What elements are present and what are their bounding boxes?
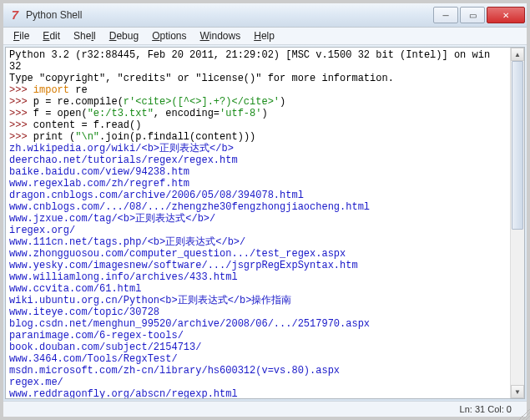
scroll-up-button[interactable]: ▲ [511, 48, 524, 61]
vertical-scrollbar[interactable]: ▲ ▼ [510, 48, 524, 398]
shell-text[interactable]: Python 3.2 (r32:88445, Feb 20 2011, 21:2… [6, 48, 524, 399]
menu-shell[interactable]: Shell [67, 28, 103, 43]
minimize-button[interactable]: ─ [433, 7, 458, 23]
app-window: 7 Python Shell ─ ▭ ✕ File Edit Shell Deb… [0, 0, 530, 420]
code: f = open( [33, 108, 88, 119]
close-button[interactable]: ✕ [487, 7, 525, 23]
header-line: 32 [9, 61, 21, 73]
titlebar[interactable]: 7 Python Shell ─ ▭ ✕ [3, 3, 527, 28]
menu-edit[interactable]: Edit [36, 28, 67, 43]
maximize-button[interactable]: ▭ [460, 7, 485, 23]
scroll-thumb[interactable] [512, 61, 523, 230]
scroll-down-button[interactable]: ▼ [511, 385, 524, 398]
keyword: import [33, 84, 69, 96]
string: 'utf-8' [220, 108, 261, 119]
string: "e:/t3.txt" [88, 108, 154, 119]
output-block: zh.wikipedia.org/wiki/<b>正则表达式</b> deerc… [9, 143, 370, 399]
status-line: Ln: 31 [460, 404, 486, 414]
code: p = re.compile( [33, 96, 124, 108]
code: re [69, 84, 88, 96]
menu-debug[interactable]: Debug [103, 28, 145, 43]
prompt: >>> [9, 131, 33, 143]
string: "\n" [75, 131, 99, 143]
code: content = f.read() [33, 119, 142, 131]
prompt: >>> [9, 84, 33, 96]
menu-help[interactable]: Help [247, 28, 281, 43]
status-col: Col: 0 [487, 404, 512, 414]
code: ) [280, 96, 285, 108]
window-title: Python Shell [26, 9, 82, 21]
string: r'<cite>([^<>].+?)</cite>' [124, 96, 280, 108]
prompt: >>> [9, 108, 33, 119]
code: .join(p.findall(content))) [99, 131, 255, 143]
menubar: File Edit Shell Debug Options Windows He… [3, 28, 527, 45]
header-line: Type "copyright", "credits" or "license(… [9, 73, 394, 84]
code: print ( [33, 131, 75, 143]
resize-grip-icon[interactable] [518, 408, 530, 420]
content-area: Python 3.2 (r32:88445, Feb 20 2011, 21:2… [5, 47, 525, 399]
header-line: Python 3.2 (r32:88445, Feb 20 2011, 21:2… [9, 49, 490, 61]
python-icon: 7 [8, 8, 22, 22]
prompt: >>> [9, 119, 33, 131]
code: , encoding= [154, 108, 220, 119]
code: ) [261, 108, 267, 119]
menu-file[interactable]: File [7, 28, 36, 43]
menu-windows[interactable]: Windows [194, 28, 248, 43]
statusbar: Ln: 31 Col: 0 [3, 401, 527, 417]
menu-options[interactable]: Options [145, 28, 193, 43]
prompt: >>> [9, 96, 33, 108]
